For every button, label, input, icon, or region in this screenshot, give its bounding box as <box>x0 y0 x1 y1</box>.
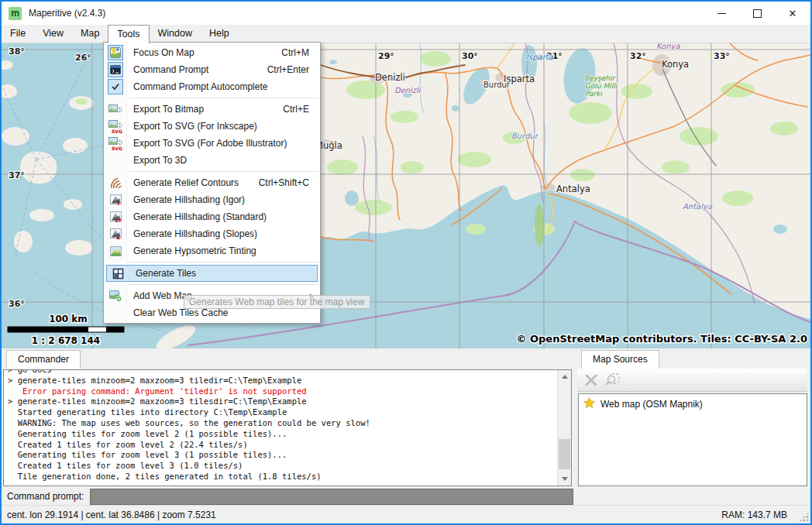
place-label-burdur: Burdur <box>483 81 511 89</box>
menubar-item-tools[interactable]: Tools <box>108 25 149 43</box>
menu-item-label: Command Prompt <box>127 64 267 75</box>
svg-text:SVG: SVG <box>112 145 122 150</box>
maximize-button[interactable] <box>739 2 775 25</box>
close-button[interactable]: ✕ <box>775 2 810 25</box>
menu-item-focus-on-map[interactable]: Focus On MapCtrl+M <box>104 44 320 61</box>
menu-item-label: Focus On Map <box>127 47 281 58</box>
place-label-konya: Konya <box>662 59 689 70</box>
menubar-item-file[interactable]: File <box>2 25 34 43</box>
svg-text:I: I <box>117 201 119 206</box>
graticule-lat-label: 38° <box>9 46 25 57</box>
hillshading-slopes-icon: ▲ <box>104 228 127 239</box>
menu-item-generate-hypsometric-tinting[interactable]: Generate Hypsometric Tinting <box>104 242 320 259</box>
minimize-button[interactable] <box>704 2 739 25</box>
command-prompt-row: Command prompt: <box>2 488 573 505</box>
generate-tiles-icon <box>106 268 129 280</box>
commander-scrollbar[interactable] <box>557 370 571 486</box>
menu-item-label: Clear Web Tiles Cache <box>127 307 320 318</box>
commander-output-line: Generating tiles for zoom level 2 (1 pos… <box>8 429 571 440</box>
menu-item-label: Export To SVG (For Inkscape) <box>127 121 320 132</box>
export-svg-icon: SVG <box>104 137 127 150</box>
minimize-icon <box>717 13 726 14</box>
command-prompt-label: Command prompt: <box>2 491 84 502</box>
window-title: Maperitive (v2.4.3) <box>29 8 105 19</box>
graticule-lon-label: 32° <box>630 51 646 61</box>
graticule-lat-label: 36° <box>9 299 25 309</box>
star-icon <box>583 397 595 410</box>
menu-separator <box>129 262 318 262</box>
graticule-lat-label: 37° <box>9 170 25 180</box>
titlebar: m Maperitive (v2.4.3) ✕ <box>2 2 810 25</box>
menu-item-shortcut: Ctrl+Enter <box>267 64 320 75</box>
delete-source-icon[interactable] <box>580 370 601 390</box>
menu-item-label: Generate Hypsometric Tinting <box>127 245 320 256</box>
tab-commander[interactable]: Commander <box>6 350 81 369</box>
app-icon: m <box>9 7 22 20</box>
menu-item-generate-relief-contours[interactable]: Generate Relief ContoursCtrl+Shift+C <box>104 174 320 191</box>
menubar-item-view[interactable]: View <box>34 25 72 43</box>
statusbar: cent. lon 29.1914 | cent. lat 36.8486 | … <box>2 505 810 523</box>
commander-output-line: Error parsing command: Argument 'tiledir… <box>8 386 571 397</box>
menu-item-export-to-svg-for-adobe-illustrator[interactable]: SVGExport To SVG (For Adobe Illustrator) <box>104 135 320 152</box>
menu-item-shortcut: Ctrl+M <box>281 47 320 58</box>
scroll-up-icon[interactable] <box>558 370 571 383</box>
command-prompt-icon <box>104 62 127 77</box>
svg-text:SVG: SVG <box>112 128 122 133</box>
command-prompt-input[interactable] <box>90 489 573 505</box>
scroll-down-icon[interactable] <box>558 472 571 486</box>
commander-output-line: Generating tiles for zoom level 3 (1 pos… <box>8 450 571 461</box>
menu-item-generate-hillshading-standard[interactable]: STGenerate Hillshading (Standard) <box>104 208 320 225</box>
commander-output-line: Created 1 tiles for zoom level 2 (22.4 t… <box>8 440 571 451</box>
place-label-denizli: Denizli <box>375 72 405 83</box>
graticule-lon-label: 29° <box>378 51 394 61</box>
commander-output-line: > generate-tiles minzoom=2 maxzoom=3 til… <box>8 396 571 407</box>
map-source-item[interactable]: Web map (OSM Mapnik) <box>579 394 807 413</box>
graticule-lon-label: 33° <box>714 51 730 61</box>
menu-item-generate-tiles[interactable]: Generate Tiles <box>106 265 318 282</box>
tab-map-sources[interactable]: Map Sources <box>581 350 659 369</box>
place-label-isparta: Isparta <box>526 53 554 62</box>
menu-item-export-to-svg-for-inkscape[interactable]: SVGExport To SVG (For Inkscape) <box>104 118 320 135</box>
commander-output-line: > go docs <box>8 369 571 376</box>
commander-output[interactable]: > go docs> generate-tiles minzoom=2 maxz… <box>3 369 572 486</box>
menu-item-export-to-bitmap[interactable]: Export To BitmapCtrl+E <box>104 101 320 118</box>
zoom-to-source-icon[interactable] <box>601 370 622 390</box>
menu-item-generate-hillshading-slopes[interactable]: ▲Generate Hillshading (Slopes) <box>104 225 320 242</box>
graticule-lon-label: 26° <box>75 53 91 63</box>
menu-item-generate-hillshading-igor[interactable]: IGenerate Hillshading (Igor) <box>104 191 320 208</box>
check-icon <box>104 79 127 94</box>
maximize-icon <box>753 9 762 18</box>
commander-output-line: Tile generation done, 2 tiles generated … <box>8 472 571 482</box>
map-source-label: Web map (OSM Mapnik) <box>600 399 703 410</box>
commander-output-lines: > go docs> generate-tiles minzoom=2 maxz… <box>4 369 571 482</box>
export-svg-icon: SVG <box>104 120 127 133</box>
map-sources-panel: Map Sources Web map (OSM Mapnik) <box>577 348 810 505</box>
menubar: FileViewMapToolsWindowHelp <box>2 25 810 43</box>
menu-item-label: Export To SVG (For Adobe Illustrator) <box>127 138 320 149</box>
place-label-denizli: Denizli <box>394 86 421 94</box>
scale-ratio: 1 : 2 678 144 <box>32 335 100 346</box>
menu-item-command-prompt-autocomplete[interactable]: Command Prompt Autocomplete <box>104 78 320 95</box>
menu-item-label: Export To Bitmap <box>127 104 283 115</box>
menu-item-command-prompt[interactable]: Command PromptCtrl+Enter <box>104 61 320 78</box>
place-label-bey-ehir: Beyşehir <box>584 74 615 82</box>
menubar-item-map[interactable]: Map <box>72 25 108 43</box>
menu-item-label: Generate Hillshading (Slopes) <box>127 228 320 239</box>
menu-item-label: Export To 3D <box>127 155 320 166</box>
menu-item-label: Generate Relief Contours <box>127 177 259 188</box>
menu-separator <box>129 98 318 98</box>
place-label-antalya: Antalya <box>556 184 590 194</box>
tools-menu: Focus On MapCtrl+MCommand PromptCtrl+Ent… <box>103 42 321 324</box>
menubar-item-help[interactable]: Help <box>201 25 238 43</box>
menu-item-shortcut: Ctrl+E <box>283 104 320 115</box>
commander-output-line: Created 1 tiles for zoom level 3 (1.0 ti… <box>8 461 571 472</box>
map-attribution: © OpenStreetMap contributors. Tiles: CC-… <box>516 333 807 345</box>
scrollbar-thumb[interactable] <box>559 439 570 469</box>
menu-item-export-to-3d[interactable]: Export To 3D <box>104 152 320 169</box>
svg-text:ST: ST <box>115 218 122 222</box>
status-coordinates: cent. lon 29.1914 | cent. lat 36.8486 | … <box>2 510 216 520</box>
tooltip: Generates Web map tiles for the map view <box>184 295 370 309</box>
menubar-item-window[interactable]: Window <box>150 25 201 43</box>
menu-item-label: Generate Tiles <box>129 268 318 279</box>
relief-contours-icon <box>104 177 127 189</box>
